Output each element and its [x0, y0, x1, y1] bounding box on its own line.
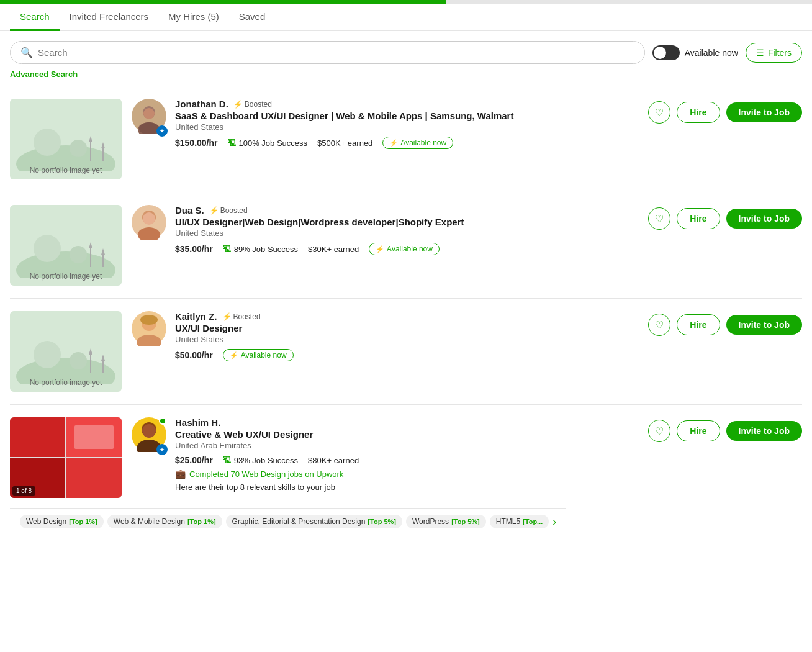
- earned-dua: $30K+ earned: [308, 245, 359, 254]
- available-now-toggle[interactable]: [652, 45, 680, 60]
- freelancer-location-hashim: United Arab Emirates: [175, 441, 638, 450]
- portfolio-label-dua: No portfolio image yet: [30, 272, 102, 281]
- lightning-icon-dua: ⚡: [376, 245, 384, 253]
- freelancer-title-kaitlyn: UX/UI Designer: [175, 323, 638, 333]
- search-input[interactable]: [38, 47, 634, 58]
- mosaic-2: [66, 417, 122, 457]
- available-pill-jonathan: ⚡ Available now: [382, 137, 453, 149]
- tab-invited-freelancers[interactable]: Invited Freelancers: [60, 4, 159, 31]
- tab-my-hires[interactable]: My Hires (5): [158, 4, 229, 31]
- tab-saved[interactable]: Saved: [229, 4, 276, 31]
- filters-label: Filters: [768, 48, 792, 58]
- stats-row-hashim: $25.00/hr 🏗 93% Job Success $80K+ earned: [175, 455, 638, 465]
- boost-icon-dua: ⚡: [209, 206, 219, 215]
- svg-point-22: [143, 212, 155, 225]
- online-indicator-hashim: [159, 417, 166, 425]
- portfolio-thumb-kaitlyn: No portfolio image yet: [10, 311, 122, 392]
- hire-button-kaitlyn[interactable]: Hire: [677, 314, 720, 335]
- invite-button-hashim[interactable]: Invite to Job: [726, 421, 802, 441]
- skill-tag-1: Web & Mobile Design [Top 1%]: [107, 515, 222, 528]
- lightning-icon-kaitlyn: ⚡: [230, 351, 238, 360]
- card-header-dua: Dua S. ⚡ Boosted: [175, 205, 638, 215]
- freelancer-card-jonathan: No portfolio image yet ★ Jonathan D.: [10, 86, 802, 192]
- completed-jobs-hashim[interactable]: 💼 Completed 70 Web Design jobs on Upwork: [175, 469, 638, 479]
- success-icon-hashim: 🏗: [223, 455, 232, 465]
- skill-tag-0: Web Design [Top 1%]: [20, 515, 104, 528]
- svg-marker-4: [89, 136, 92, 142]
- svg-point-1: [34, 129, 61, 156]
- card-main-kaitlyn: Kaitlyn Z. ⚡ Boosted UX/UI Designer Unit…: [132, 311, 638, 361]
- success-icon-jonathan: 🏗: [228, 138, 237, 148]
- svg-point-14: [70, 246, 87, 263]
- progress-fill: [0, 0, 446, 4]
- freelancer-name-jonathan: Jonathan D.: [175, 99, 228, 109]
- avatar-kaitlyn: [132, 311, 166, 346]
- svg-point-24: [34, 341, 61, 368]
- relevant-skills-label: Here are their top 8 relevant skills to …: [175, 482, 638, 492]
- available-pill-kaitlyn: ⚡ Available now: [223, 349, 294, 361]
- card-info-hashim: Hashim H. Creative & Web UX/UI Designer …: [175, 417, 638, 492]
- mosaic-4: [66, 458, 122, 498]
- toggle-knob: [654, 47, 666, 59]
- freelancer-title-jonathan: SaaS & Dashboard UX/UI Designer | Web & …: [175, 111, 638, 121]
- card-header-kaitlyn: Kaitlyn Z. ⚡ Boosted: [175, 311, 638, 322]
- tab-search[interactable]: Search: [10, 4, 60, 31]
- save-button-kaitlyn[interactable]: ♡: [648, 314, 670, 336]
- card-main-dua: Dua S. ⚡ Boosted UI/UX Designer|Web Desi…: [132, 205, 638, 255]
- svg-marker-6: [101, 142, 105, 148]
- advanced-search-link[interactable]: Advanced Search: [0, 66, 812, 86]
- save-button-jonathan[interactable]: ♡: [648, 101, 670, 124]
- boosted-badge-jonathan: ⚡ Boosted: [233, 100, 272, 109]
- save-button-dua[interactable]: ♡: [648, 207, 670, 230]
- portfolio-placeholder-svg: [10, 107, 122, 171]
- invite-button-kaitlyn[interactable]: Invite to Job: [726, 315, 802, 335]
- card-actions-hashim: ♡ Hire Invite to Job: [648, 417, 802, 442]
- freelancer-card-hashim: 1 of 8 ★: [10, 405, 802, 535]
- freelancer-card-dua: No portfolio image yet Dua S. ⚡ Boosted: [10, 192, 802, 299]
- rate-hashim: $25.00/hr: [175, 455, 213, 465]
- freelancer-title-hashim: Creative & Web UX/UI Designer: [175, 429, 638, 440]
- avatar-wrap-dua: [132, 205, 166, 242]
- freelancer-name-dua: Dua S.: [175, 205, 204, 215]
- card-actions-jonathan: ♡ Hire Invite to Job: [648, 99, 802, 124]
- rate-dua: $35.00/hr: [175, 244, 213, 254]
- rate-kaitlyn: $50.00/hr: [175, 350, 213, 360]
- hire-button-dua[interactable]: Hire: [677, 208, 720, 229]
- available-now-label: Available now: [685, 48, 738, 58]
- filters-button[interactable]: ☰ Filters: [746, 43, 802, 63]
- portfolio-thumb-dua: No portfolio image yet: [10, 205, 122, 286]
- search-input-wrap[interactable]: 🔍: [10, 41, 645, 64]
- svg-marker-29: [101, 355, 105, 361]
- boosted-badge-dua: ⚡ Boosted: [209, 206, 248, 215]
- invite-button-jonathan[interactable]: Invite to Job: [726, 102, 802, 122]
- earned-jonathan: $500K+ earned: [317, 138, 372, 148]
- portfolio-placeholder-svg-dua: [10, 213, 122, 278]
- mosaic-1: [10, 417, 65, 457]
- boost-icon-kaitlyn: ⚡: [222, 312, 232, 321]
- svg-point-37: [142, 424, 156, 438]
- svg-marker-16: [89, 242, 92, 248]
- avatar-wrap-hashim: ★: [132, 417, 166, 454]
- freelancer-card-kaitlyn: No portfolio image yet Kaitlyn Z. ⚡ Boos…: [10, 299, 802, 405]
- portfolio-label-jonathan: No portfolio image yet: [30, 166, 102, 174]
- card-header-jonathan: Jonathan D. ⚡ Boosted: [175, 99, 638, 109]
- card-main-jonathan: ★ Jonathan D. ⚡ Boosted SaaS & Dashboard…: [132, 99, 638, 149]
- completed-jobs-label: Completed 70 Web Design jobs on Upwork: [189, 469, 343, 479]
- skill-tag-3: WordPress [Top 5%]: [406, 515, 486, 528]
- card-actions-dua: ♡ Hire Invite to Job: [648, 205, 802, 230]
- skills-chevron-right[interactable]: ›: [553, 515, 556, 528]
- invite-button-dua[interactable]: Invite to Job: [726, 209, 802, 229]
- hire-button-jonathan[interactable]: Hire: [677, 102, 720, 123]
- save-button-hashim[interactable]: ♡: [648, 420, 670, 442]
- portfolio-placeholder-svg-kaitlyn: [10, 319, 122, 384]
- card-header-hashim: Hashim H.: [175, 417, 638, 428]
- tab-bar: Search Invited Freelancers My Hires (5) …: [0, 4, 812, 31]
- filters-icon: ☰: [756, 48, 764, 58]
- advanced-search-anchor[interactable]: Advanced Search: [10, 70, 78, 79]
- card-main-hashim: ★ Hashim H. Creative & Web UX/UI Designe…: [132, 417, 638, 492]
- hire-button-hashim[interactable]: Hire: [677, 420, 720, 441]
- svg-point-33: [140, 315, 158, 325]
- portfolio-count-hashim: 1 of 8: [12, 486, 35, 496]
- completed-icon: 💼: [175, 469, 186, 479]
- stats-row-kaitlyn: $50.00/hr ⚡ Available now: [175, 349, 638, 361]
